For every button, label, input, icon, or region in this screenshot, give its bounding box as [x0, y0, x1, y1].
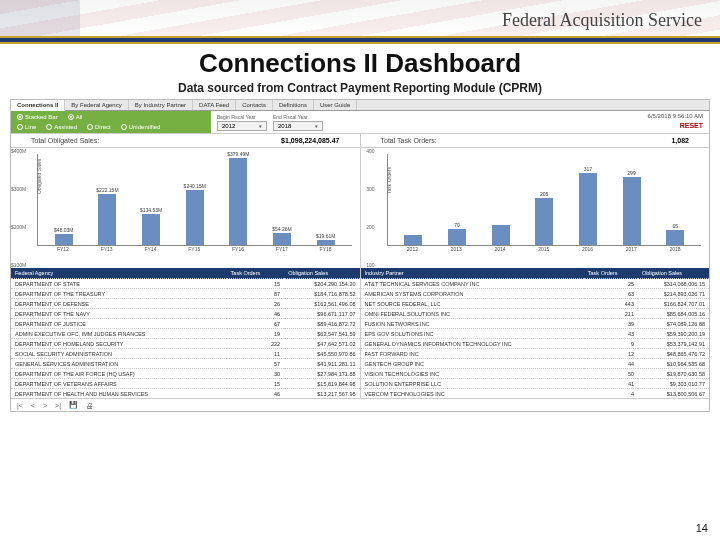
radio-icon	[121, 124, 127, 130]
table-row[interactable]: GENERAL DYNAMICS INFORMATION TECHNOLOGY …	[361, 339, 710, 349]
bar-value-label: $240.15M	[184, 183, 206, 189]
bar-value-label: $54.26M	[272, 226, 291, 232]
bar-rect	[55, 234, 73, 245]
bar-value-label: $222.15M	[96, 187, 118, 193]
export-icon[interactable]: 💾	[69, 401, 78, 409]
bar-FY14: $134.53M	[139, 207, 163, 245]
right-meta: 6/5/2018 9:56:10 AM RESET	[619, 111, 709, 133]
table-row[interactable]: GENERAL SERVICES ADMINISTRATION57$41,911…	[11, 359, 360, 369]
table-row[interactable]: VERCOM TECHNOLOGIES INC4$13,800,506.67	[361, 389, 710, 399]
col-header[interactable]: Task Orders	[584, 268, 638, 279]
tab-connections-ii[interactable]: Connections II	[11, 100, 65, 111]
begin-fy-select[interactable]: 2012	[217, 121, 267, 131]
header-service-title: Federal Acquisition Service	[502, 10, 702, 31]
page-title: Connections II Dashboard	[0, 48, 720, 79]
pager-next-icon[interactable]: >	[43, 402, 47, 409]
bar-rect	[448, 229, 466, 245]
table-row[interactable]: VISION TECHNOLOGIES INC50$19,870,630.58	[361, 369, 710, 379]
table-row[interactable]: DEPARTMENT OF THE NAVY46$96,671,117.07	[11, 309, 360, 319]
bar-value-label: 299	[627, 170, 635, 176]
table-row[interactable]: FUSION NETWORKS INC39$74,089,126.88	[361, 319, 710, 329]
radio-icon	[17, 114, 23, 120]
table-row[interactable]: DEPARTMENT OF HOMELAND SECURITY222$47,64…	[11, 339, 360, 349]
bar-value-label: 205	[540, 191, 548, 197]
chart-area: Obligated Sales$48.03M$222.15M$134.53M$2…	[37, 154, 352, 246]
table-row[interactable]: DEPARTMENT OF STATE15$204,290,154.20	[11, 279, 360, 289]
tab-contacts[interactable]: Contacts	[236, 100, 273, 110]
table-row[interactable]: FAST FORWARD INC12$48,865,476.72	[361, 349, 710, 359]
tab-data-feed[interactable]: DATA Feed	[193, 100, 236, 110]
chart-task-orders: 400300200100Task Orders70205317299652012…	[361, 148, 710, 268]
radio-icon	[17, 124, 23, 130]
tab-by-federal-agency[interactable]: By Federal Agency	[65, 100, 128, 110]
col-header[interactable]: Obligation Sales	[284, 268, 359, 279]
bar-2013: 70	[445, 222, 469, 245]
table-row[interactable]: ADMIN EXECUTIVE OFC, IMM JUDGES FINANCES…	[11, 329, 360, 339]
radio-label: All	[76, 114, 83, 120]
table-row[interactable]: SOCIAL SECURITY ADMINISTRATION11$45,550,…	[11, 349, 360, 359]
table-row[interactable]: AT&T TECHNICAL SERVICES COMPANY INC25$31…	[361, 279, 710, 289]
col-header[interactable]: Industry Partner	[361, 268, 584, 279]
chart-area: Task Orders7020531729965	[387, 154, 702, 246]
radio-unidentified[interactable]: Unidentified	[121, 124, 161, 130]
radio-stacked-bar[interactable]: Stacked Bar	[17, 114, 58, 120]
y-ticks: 400300200100	[361, 148, 377, 268]
kpi-obligated-value: $1,098,224,085.47	[281, 137, 339, 144]
pager-last-icon[interactable]: >|	[55, 402, 61, 409]
bar-rect	[404, 235, 422, 245]
reset-button[interactable]: RESET	[625, 122, 703, 129]
table-row[interactable]: DEPARTMENT OF THE AIR FORCE (HQ USAF)30$…	[11, 369, 360, 379]
bar-rect	[317, 240, 335, 245]
bar-value-label: 317	[584, 166, 592, 172]
radio-label: Unidentified	[129, 124, 161, 130]
col-header[interactable]: Task Orders	[227, 268, 285, 279]
col-header[interactable]: Obligation Sales	[638, 268, 709, 279]
col-header[interactable]: Federal Agency	[11, 268, 227, 279]
x-labels: 2012201320142015201620172018	[387, 246, 702, 252]
radio-icon	[87, 124, 93, 130]
bar-rect	[579, 173, 597, 245]
table-row[interactable]: NET SOURCE FEDERAL, LLC443$166,824,707.0…	[361, 299, 710, 309]
table-row[interactable]: EPS GOV SOLUTIONS INC43$59,390,200.19	[361, 329, 710, 339]
table-row[interactable]: SOLUTION ENTERPRISE LLC41$9,303,010.77	[361, 379, 710, 389]
radio-line[interactable]: Line	[17, 124, 36, 130]
table-row[interactable]: DEPARTMENT OF DEFENSE26$162,561,496.08	[11, 299, 360, 309]
header-flag-bg: Federal Acquisition Service	[0, 0, 720, 36]
pager-first-icon[interactable]: |<	[17, 402, 23, 409]
print-icon[interactable]: 🖨	[86, 402, 93, 409]
kpi-orders-value: 1,082	[671, 137, 689, 144]
radio-direct[interactable]: Direct	[87, 124, 111, 130]
table-row[interactable]: DEPARTMENT OF THE TREASURY87$184,716,878…	[11, 289, 360, 299]
bars: 7020531729965	[388, 154, 702, 245]
table-row[interactable]: OMNI FEDERAL SOLUTIONS INC211$85,684,005…	[361, 309, 710, 319]
end-fy-select[interactable]: 2018	[273, 121, 323, 131]
pager-prev-icon[interactable]: <	[31, 402, 35, 409]
bar-2014	[489, 224, 513, 245]
radio-label: Direct	[95, 124, 111, 130]
bar-FY15: $240.15M	[183, 183, 207, 245]
tab-definitions[interactable]: Definitions	[273, 100, 314, 110]
radio-assisted[interactable]: Assisted	[46, 124, 77, 130]
kpi-row: Total Obligated Sales:$1,098,224,085.47 …	[11, 133, 709, 148]
tab-user-guide[interactable]: User Guide	[314, 100, 357, 110]
radio-label: Stacked Bar	[25, 114, 58, 120]
radio-all[interactable]: All	[68, 114, 83, 120]
slide-page-number: 14	[696, 522, 708, 534]
end-fy-label: End Fiscal Year	[273, 114, 323, 120]
fy-selectors: Begin Fiscal Year 2012 End Fiscal Year 2…	[211, 111, 619, 133]
pager: |< < > >| 💾 🖨	[11, 398, 709, 411]
kpi-obligated-label: Total Obligated Sales:	[31, 137, 99, 144]
table-row[interactable]: DEPARTMENT OF VETERANS AFFAIRS15$15,819,…	[11, 379, 360, 389]
tab-by-industry-partner[interactable]: By Industry Partner	[129, 100, 193, 110]
timestamp: 6/5/2018 9:56:10 AM	[625, 113, 703, 119]
table-row[interactable]: DEPARTMENT OF HEALTH AND HUMAN SERVICES4…	[11, 389, 360, 399]
table-row[interactable]: GENTECH GROUP INC44$10,964,535.68	[361, 359, 710, 369]
table-row[interactable]: DEPARTMENT OF JUSTICE67$89,416,872.72	[11, 319, 360, 329]
bar-rect	[623, 177, 641, 245]
dashboard-container: Connections IIBy Federal AgencyBy Indust…	[10, 99, 710, 412]
chart-obligated-sales: $400M$300M$200M$100MObligated Sales$48.0…	[11, 148, 361, 268]
table-row[interactable]: AMERICAN SYSTEMS CORPORATION63$214,893,0…	[361, 289, 710, 299]
bar-FY13: $222.15M	[95, 187, 119, 245]
bar-2017: 299	[620, 170, 644, 245]
x-labels: FY12FY13FY14FY15FY16FY17FY18	[37, 246, 352, 252]
